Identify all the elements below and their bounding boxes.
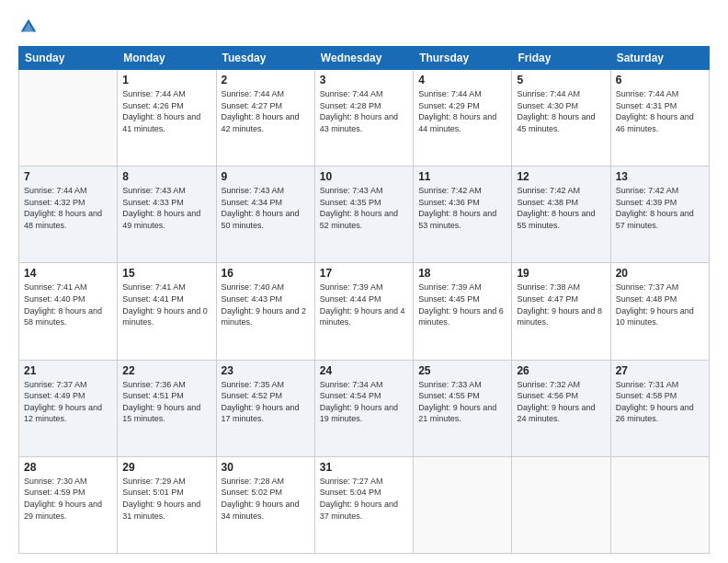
day-number: 25 — [418, 364, 506, 377]
day-number: 30 — [222, 461, 310, 474]
calendar-day-cell: 12Sunrise: 7:42 AMSunset: 4:38 PMDayligh… — [512, 167, 610, 263]
day-number: 17 — [320, 267, 408, 280]
day-info: Sunrise: 7:40 AMSunset: 4:43 PMDaylight:… — [222, 282, 310, 327]
weekday-header-saturday: Saturday — [610, 47, 709, 70]
day-info: Sunrise: 7:43 AMSunset: 4:34 PMDaylight:… — [222, 185, 310, 231]
calendar-day-cell: 22Sunrise: 7:36 AMSunset: 4:51 PMDayligh… — [118, 360, 216, 456]
day-info: Sunrise: 7:44 AMSunset: 4:32 PMDaylight:… — [24, 185, 112, 231]
day-info: Sunrise: 7:44 AMSunset: 4:26 PMDaylight:… — [122, 88, 210, 134]
day-number: 6 — [616, 74, 704, 86]
day-info: Sunrise: 7:44 AMSunset: 4:27 PMDaylight:… — [222, 88, 310, 134]
day-info: Sunrise: 7:44 AMSunset: 4:31 PMDaylight:… — [616, 88, 704, 134]
calendar-week-row: 1Sunrise: 7:44 AMSunset: 4:26 PMDaylight… — [19, 70, 710, 167]
day-number: 23 — [222, 364, 310, 377]
day-number: 16 — [222, 267, 310, 280]
day-info: Sunrise: 7:37 AMSunset: 4:48 PMDaylight:… — [616, 282, 704, 327]
calendar-day-cell: 14Sunrise: 7:41 AMSunset: 4:40 PMDayligh… — [19, 263, 118, 360]
logo — [18, 17, 42, 37]
header — [18, 17, 710, 37]
calendar-day-cell: 3Sunrise: 7:44 AMSunset: 4:28 PMDaylight… — [314, 70, 413, 167]
calendar-day-cell: 9Sunrise: 7:43 AMSunset: 4:34 PMDaylight… — [216, 167, 314, 263]
calendar-table: SundayMondayTuesdayWednesdayThursdayFrid… — [18, 46, 710, 554]
day-info: Sunrise: 7:39 AMSunset: 4:44 PMDaylight:… — [320, 282, 408, 327]
day-number: 13 — [616, 170, 704, 183]
day-info: Sunrise: 7:42 AMSunset: 4:36 PMDaylight:… — [418, 185, 506, 231]
day-number: 3 — [320, 74, 408, 86]
day-number: 22 — [122, 364, 210, 377]
day-info: Sunrise: 7:37 AMSunset: 4:49 PMDaylight:… — [24, 379, 112, 425]
calendar-day-cell: 30Sunrise: 7:28 AMSunset: 5:02 PMDayligh… — [216, 456, 314, 553]
day-info: Sunrise: 7:33 AMSunset: 4:55 PMDaylight:… — [418, 379, 506, 425]
calendar-day-cell — [512, 456, 610, 553]
calendar-week-row: 7Sunrise: 7:44 AMSunset: 4:32 PMDaylight… — [19, 167, 710, 263]
calendar-day-cell — [414, 456, 512, 553]
calendar-day-cell: 2Sunrise: 7:44 AMSunset: 4:27 PMDaylight… — [216, 70, 314, 167]
calendar-day-cell: 7Sunrise: 7:44 AMSunset: 4:32 PMDaylight… — [19, 167, 118, 263]
day-info: Sunrise: 7:31 AMSunset: 4:58 PMDaylight:… — [616, 379, 704, 425]
day-info: Sunrise: 7:41 AMSunset: 4:41 PMDaylight:… — [122, 282, 210, 327]
calendar-page: SundayMondayTuesdayWednesdayThursdayFrid… — [0, 0, 728, 563]
day-number: 4 — [418, 74, 506, 86]
weekday-header-sunday: Sunday — [19, 47, 118, 70]
day-number: 27 — [616, 364, 704, 377]
calendar-day-cell: 13Sunrise: 7:42 AMSunset: 4:39 PMDayligh… — [610, 167, 709, 263]
calendar-day-cell: 26Sunrise: 7:32 AMSunset: 4:56 PMDayligh… — [512, 360, 610, 456]
day-info: Sunrise: 7:32 AMSunset: 4:56 PMDaylight:… — [517, 379, 605, 425]
calendar-day-cell: 4Sunrise: 7:44 AMSunset: 4:29 PMDaylight… — [414, 70, 512, 167]
day-number: 10 — [320, 170, 408, 183]
calendar-day-cell: 21Sunrise: 7:37 AMSunset: 4:49 PMDayligh… — [19, 360, 118, 456]
day-number: 21 — [24, 364, 112, 377]
day-info: Sunrise: 7:30 AMSunset: 4:59 PMDaylight:… — [24, 476, 112, 522]
calendar-day-cell: 23Sunrise: 7:35 AMSunset: 4:52 PMDayligh… — [216, 360, 314, 456]
weekday-header-thursday: Thursday — [414, 47, 512, 70]
calendar-week-row: 14Sunrise: 7:41 AMSunset: 4:40 PMDayligh… — [19, 263, 710, 360]
calendar-day-cell: 19Sunrise: 7:38 AMSunset: 4:47 PMDayligh… — [512, 263, 610, 360]
calendar-day-cell: 18Sunrise: 7:39 AMSunset: 4:45 PMDayligh… — [414, 263, 512, 360]
weekday-header-tuesday: Tuesday — [216, 47, 314, 70]
calendar-day-cell: 8Sunrise: 7:43 AMSunset: 4:33 PMDaylight… — [118, 167, 216, 263]
day-info: Sunrise: 7:36 AMSunset: 4:51 PMDaylight:… — [122, 379, 210, 425]
calendar-day-cell: 31Sunrise: 7:27 AMSunset: 5:04 PMDayligh… — [314, 456, 413, 553]
day-number: 31 — [320, 461, 408, 474]
day-info: Sunrise: 7:44 AMSunset: 4:28 PMDaylight:… — [320, 88, 408, 134]
day-info: Sunrise: 7:29 AMSunset: 5:01 PMDaylight:… — [122, 476, 210, 522]
calendar-day-cell: 16Sunrise: 7:40 AMSunset: 4:43 PMDayligh… — [216, 263, 314, 360]
calendar-day-cell: 15Sunrise: 7:41 AMSunset: 4:41 PMDayligh… — [118, 263, 216, 360]
weekday-header-monday: Monday — [118, 47, 216, 70]
day-info: Sunrise: 7:41 AMSunset: 4:40 PMDaylight:… — [24, 282, 112, 327]
calendar-day-cell: 5Sunrise: 7:44 AMSunset: 4:30 PMDaylight… — [512, 70, 610, 167]
day-number: 1 — [122, 74, 210, 86]
day-number: 12 — [517, 170, 605, 183]
day-number: 7 — [24, 170, 112, 183]
day-info: Sunrise: 7:28 AMSunset: 5:02 PMDaylight:… — [222, 476, 310, 522]
calendar-day-cell: 27Sunrise: 7:31 AMSunset: 4:58 PMDayligh… — [610, 360, 709, 456]
calendar-day-cell: 10Sunrise: 7:43 AMSunset: 4:35 PMDayligh… — [314, 167, 413, 263]
day-number: 5 — [517, 74, 605, 86]
calendar-day-cell: 17Sunrise: 7:39 AMSunset: 4:44 PMDayligh… — [314, 263, 413, 360]
day-number: 14 — [24, 267, 112, 280]
day-info: Sunrise: 7:42 AMSunset: 4:39 PMDaylight:… — [616, 185, 704, 231]
day-info: Sunrise: 7:35 AMSunset: 4:52 PMDaylight:… — [222, 379, 310, 425]
day-info: Sunrise: 7:34 AMSunset: 4:54 PMDaylight:… — [320, 379, 408, 425]
calendar-day-cell: 28Sunrise: 7:30 AMSunset: 4:59 PMDayligh… — [19, 456, 118, 553]
day-number: 18 — [418, 267, 506, 280]
day-number: 8 — [122, 170, 210, 183]
day-number: 26 — [517, 364, 605, 377]
calendar-day-cell — [19, 70, 118, 167]
calendar-week-row: 28Sunrise: 7:30 AMSunset: 4:59 PMDayligh… — [19, 456, 710, 553]
day-number: 19 — [517, 267, 605, 280]
day-info: Sunrise: 7:43 AMSunset: 4:33 PMDaylight:… — [122, 185, 210, 231]
calendar-day-cell: 6Sunrise: 7:44 AMSunset: 4:31 PMDaylight… — [610, 70, 709, 167]
day-number: 9 — [222, 170, 310, 183]
day-info: Sunrise: 7:44 AMSunset: 4:29 PMDaylight:… — [418, 88, 506, 134]
day-number: 29 — [122, 461, 210, 474]
calendar-day-cell: 24Sunrise: 7:34 AMSunset: 4:54 PMDayligh… — [314, 360, 413, 456]
calendar-day-cell: 25Sunrise: 7:33 AMSunset: 4:55 PMDayligh… — [414, 360, 512, 456]
day-number: 15 — [122, 267, 210, 280]
calendar-day-cell: 29Sunrise: 7:29 AMSunset: 5:01 PMDayligh… — [118, 456, 216, 553]
day-info: Sunrise: 7:38 AMSunset: 4:47 PMDaylight:… — [517, 282, 605, 327]
day-info: Sunrise: 7:27 AMSunset: 5:04 PMDaylight:… — [320, 476, 408, 522]
day-number: 20 — [616, 267, 704, 280]
calendar-day-cell — [610, 456, 709, 553]
logo-icon — [18, 17, 39, 37]
